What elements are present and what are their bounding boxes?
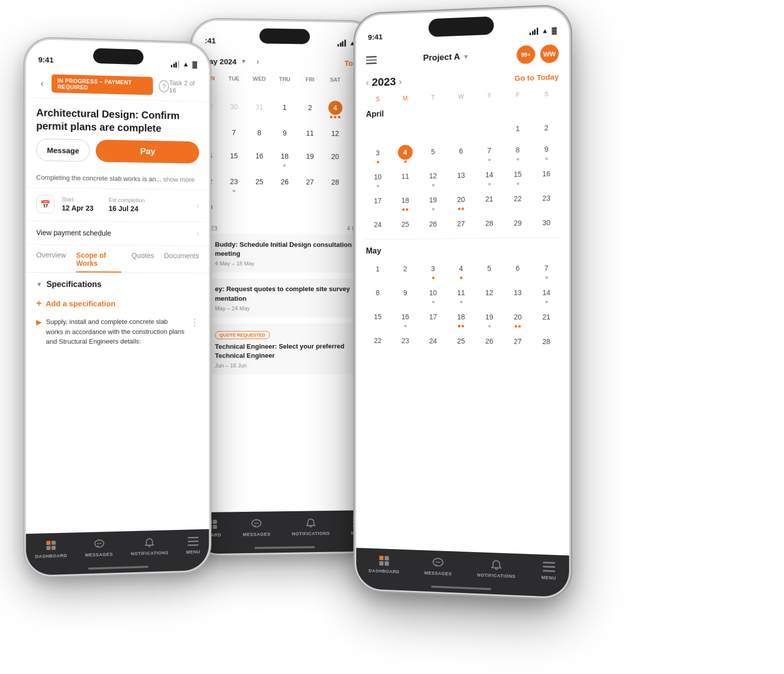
may-day[interactable]: 20	[503, 307, 532, 332]
may-day[interactable]: 4	[447, 259, 475, 283]
cal-day[interactable]: 27	[297, 172, 322, 197]
may-day[interactable]: 3	[419, 259, 447, 283]
cal-day[interactable]: 2	[297, 97, 322, 123]
may-day[interactable]: 27	[503, 331, 532, 353]
may-day[interactable]: 8	[364, 283, 391, 307]
cal-day[interactable]: 8	[246, 122, 272, 146]
april-day[interactable]: 20	[447, 190, 475, 215]
message-button[interactable]: Message	[36, 139, 90, 162]
spec-arrow-icon[interactable]: ▶	[36, 318, 42, 326]
next-month-button[interactable]: ›	[251, 54, 265, 69]
help-button[interactable]: ?	[159, 80, 169, 92]
april-day[interactable]: 9	[532, 139, 561, 164]
cal-day[interactable]: 1	[272, 97, 297, 123]
nav-notifications-1[interactable]: NOTIFICATIONS	[130, 536, 168, 556]
april-day[interactable]: 19	[419, 190, 447, 215]
april-day[interactable]: 29	[503, 213, 532, 235]
cal-day[interactable]: 12	[322, 123, 348, 147]
payment-link[interactable]: View payment schedule ›	[26, 221, 209, 246]
add-spec-button[interactable]: + Add a specification	[36, 294, 199, 313]
may-day[interactable]: 5	[475, 258, 503, 283]
april-day[interactable]: 6	[447, 141, 475, 166]
show-more-link[interactable]: show more	[163, 175, 195, 183]
may-day[interactable]: 11	[447, 283, 475, 307]
april-day[interactable]: 12	[419, 166, 447, 191]
april-day[interactable]: 25	[391, 215, 419, 236]
april-day[interactable]: 30	[532, 213, 561, 234]
april-day[interactable]: 14	[475, 165, 503, 189]
cal-day[interactable]: 9	[272, 123, 297, 146]
april-day[interactable]: 7	[475, 141, 503, 165]
may-day[interactable]: 15	[364, 307, 391, 331]
april-day[interactable]: 18	[391, 190, 419, 215]
next-year-button[interactable]: ›	[399, 76, 402, 87]
april-day[interactable]: 28	[475, 214, 503, 235]
april-day[interactable]: 13	[447, 165, 475, 190]
nav-messages-2[interactable]: MESSAGES	[243, 517, 271, 537]
april-day[interactable]: 10	[364, 167, 391, 191]
cal-day[interactable]: 7	[221, 122, 247, 146]
april-day[interactable]: 17	[364, 191, 391, 215]
event-item-1[interactable]: 9 Buddy: Schedule Initial Design consult…	[201, 234, 368, 273]
nav-dashboard-1[interactable]: DASHBOARD	[35, 539, 68, 559]
april-day[interactable]: 26	[419, 214, 447, 235]
may-day[interactable]: 28	[532, 332, 561, 354]
cal-day[interactable]: 11	[297, 123, 322, 146]
event-item-3[interactable]: 9 QUOTE REQUESTED Technical Engineer: Se…	[201, 323, 368, 375]
tab-documents[interactable]: Documents	[164, 246, 199, 273]
may-day[interactable]: 16	[391, 307, 419, 331]
april-day[interactable]: 3	[364, 143, 391, 168]
april-day[interactable]: 8	[503, 140, 532, 165]
nav-messages-1[interactable]: MESSAGES	[85, 537, 113, 558]
pay-button[interactable]: Pay	[96, 140, 199, 164]
project-selector[interactable]: Project A ▼	[423, 51, 469, 63]
tab-scope[interactable]: Scope of Works	[76, 245, 121, 273]
cal-day[interactable]: 30	[221, 97, 247, 123]
hamburger-button[interactable]	[366, 56, 376, 64]
may-day[interactable]: 24	[419, 331, 447, 353]
nav-notifications-2[interactable]: NOTIFICATIONS	[292, 517, 330, 536]
may-day[interactable]: 22	[364, 331, 391, 352]
april-day[interactable]: 16	[532, 164, 561, 189]
cal-day-today[interactable]: 4	[322, 98, 348, 123]
spec-menu-icon[interactable]: ⋮	[190, 317, 199, 328]
may-day[interactable]: 9	[391, 283, 419, 307]
may-day[interactable]: 7	[532, 258, 561, 283]
cal-day[interactable]: 15	[221, 146, 247, 172]
may-day[interactable]: 13	[503, 283, 532, 307]
date-section[interactable]: 📅 Start 12 Apr 23 Est completion 16 Jul …	[26, 188, 209, 223]
event-item-2[interactable]: 9 ey: Request quotes to complete site su…	[201, 279, 368, 317]
april-day[interactable]: 2	[532, 118, 561, 140]
may-day[interactable]: 23	[391, 331, 419, 352]
go-today-button[interactable]: Go to Today	[514, 72, 559, 82]
nav-dashboard-3[interactable]: DASHBOARD	[368, 554, 399, 574]
april-day[interactable]: 1	[503, 118, 532, 141]
may-day[interactable]: 12	[475, 283, 503, 307]
tab-quotes[interactable]: Quotes	[132, 245, 154, 273]
cal-day[interactable]: 28	[322, 172, 348, 198]
may-day[interactable]: 21	[532, 307, 561, 332]
may-day[interactable]: 18	[447, 307, 475, 331]
cal-day[interactable]: 19	[297, 146, 322, 172]
april-day[interactable]: 15	[503, 164, 532, 189]
cal-day[interactable]: 26	[272, 172, 297, 197]
april-day[interactable]: 24	[364, 215, 391, 236]
april-day[interactable]: 22	[503, 189, 532, 214]
prev-year-button[interactable]: ‹	[366, 78, 369, 88]
may-day[interactable]: 6	[503, 258, 532, 283]
back-button[interactable]: ‹	[36, 76, 48, 91]
april-day-today[interactable]: 4	[391, 143, 419, 167]
collapse-icon[interactable]: ▼	[36, 281, 42, 288]
user-avatar[interactable]: WW	[540, 44, 559, 63]
april-day[interactable]: 5	[419, 142, 447, 167]
may-day[interactable]: 17	[419, 307, 447, 331]
cal-day[interactable]: 25	[246, 171, 272, 197]
cal-day[interactable]: 20	[322, 147, 348, 172]
nav-messages-3[interactable]: MESSAGES	[424, 556, 451, 576]
cal-day[interactable]: 31	[246, 97, 272, 123]
may-day[interactable]: 25	[447, 331, 475, 353]
may-day[interactable]: 1	[364, 259, 391, 284]
april-day[interactable]: 23	[532, 188, 561, 213]
may-day[interactable]: 14	[532, 283, 561, 307]
cal-day[interactable]: 23	[221, 171, 247, 197]
